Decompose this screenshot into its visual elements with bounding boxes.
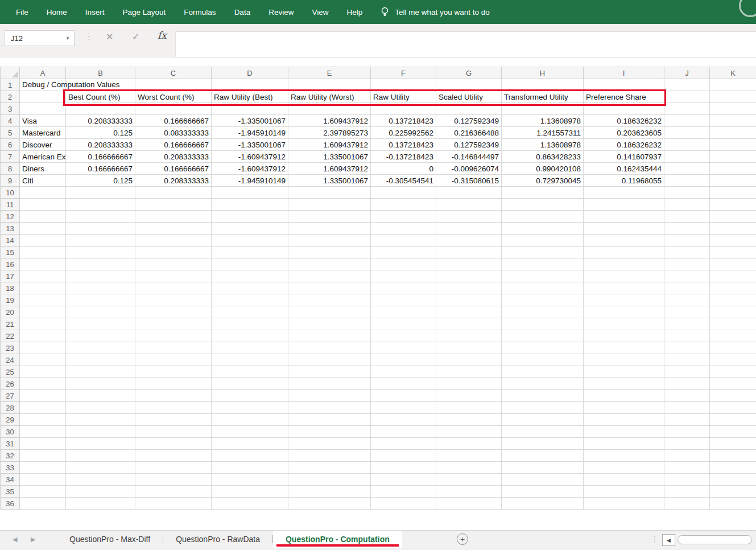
cell-B9[interactable]: 0.125 [66, 175, 135, 187]
cell-F12[interactable] [371, 211, 436, 223]
row-header-16[interactable]: 16 [1, 258, 20, 270]
cell-H6[interactable]: 1.13608978 [502, 139, 584, 151]
cell-C20[interactable] [135, 306, 212, 318]
cell-A12[interactable] [20, 211, 66, 223]
name-box-dropdown-icon[interactable]: ▼ [61, 36, 74, 41]
cell-G15[interactable] [436, 247, 502, 258]
cell-C25[interactable] [135, 366, 212, 378]
column-header-G[interactable]: G [436, 67, 502, 79]
cell-F20[interactable] [371, 306, 436, 318]
cell-F32[interactable] [371, 450, 436, 462]
cell-G17[interactable] [436, 270, 502, 282]
cell-I12[interactable] [584, 211, 664, 223]
cell-F2[interactable]: Raw Utility [371, 91, 436, 103]
cell-J21[interactable] [664, 318, 710, 330]
cell-A14[interactable] [20, 235, 66, 247]
cell-J28[interactable] [664, 402, 710, 414]
cell-J20[interactable] [664, 306, 710, 318]
cell-G22[interactable] [436, 330, 502, 342]
column-header-J[interactable]: J [664, 67, 710, 79]
cell-K10[interactable] [710, 187, 756, 199]
cell-E4[interactable]: 1.609437912 [288, 115, 371, 127]
cell-K27[interactable] [710, 390, 756, 402]
cell-K23[interactable] [710, 342, 756, 354]
row-header-20[interactable]: 20 [1, 306, 20, 318]
cell-I17[interactable] [584, 270, 664, 282]
cell-B2[interactable]: Best Count (%) [66, 91, 135, 103]
cell-E6[interactable]: 1.609437912 [288, 139, 371, 151]
row-header-33[interactable]: 33 [1, 462, 20, 474]
cell-E13[interactable] [288, 223, 371, 235]
cell-C31[interactable] [135, 438, 212, 450]
cell-K1[interactable] [710, 79, 756, 91]
cell-H25[interactable] [502, 366, 584, 378]
cell-D11[interactable] [212, 199, 288, 211]
cell-B31[interactable] [66, 438, 135, 450]
cell-I2[interactable]: Preference Share [584, 91, 664, 103]
cell-D15[interactable] [212, 247, 288, 258]
cell-D24[interactable] [212, 354, 288, 366]
cell-E22[interactable] [288, 330, 371, 342]
cell-F16[interactable] [371, 258, 436, 270]
cell-H22[interactable] [502, 330, 584, 342]
cell-D16[interactable] [212, 258, 288, 270]
cell-B12[interactable] [66, 211, 135, 223]
cell-K9[interactable] [710, 175, 756, 187]
cell-I6[interactable]: 0.186326232 [584, 139, 664, 151]
cell-C18[interactable] [135, 282, 212, 294]
cell-G14[interactable] [436, 235, 502, 247]
cell-G27[interactable] [436, 390, 502, 402]
cell-G16[interactable] [436, 258, 502, 270]
row-header-26[interactable]: 26 [1, 378, 20, 390]
cell-H10[interactable] [502, 187, 584, 199]
cell-H8[interactable]: 0.990420108 [502, 163, 584, 175]
cell-H18[interactable] [502, 282, 584, 294]
cell-D32[interactable] [212, 450, 288, 462]
cell-C12[interactable] [135, 211, 212, 223]
cell-J27[interactable] [664, 390, 710, 402]
cell-E18[interactable] [288, 282, 371, 294]
cell-D18[interactable] [212, 282, 288, 294]
cell-E28[interactable] [288, 402, 371, 414]
cell-E19[interactable] [288, 294, 371, 306]
column-header-F[interactable]: F [371, 67, 436, 79]
cell-K6[interactable] [710, 139, 756, 151]
cell-J12[interactable] [664, 211, 710, 223]
row-header-13[interactable]: 13 [1, 223, 20, 235]
row-header-5[interactable]: 5 [1, 127, 20, 139]
row-header-12[interactable]: 12 [1, 211, 20, 223]
cell-A9[interactable]: Citi [20, 175, 66, 187]
cell-F24[interactable] [371, 354, 436, 366]
cell-G10[interactable] [436, 187, 502, 199]
cell-E31[interactable] [288, 438, 371, 450]
cell-B19[interactable] [66, 294, 135, 306]
cell-I27[interactable] [584, 390, 664, 402]
row-header-7[interactable]: 7 [1, 151, 20, 163]
cell-G21[interactable] [436, 318, 502, 330]
ribbon-tab-page-layout[interactable]: Page Layout [114, 0, 175, 24]
cell-C27[interactable] [135, 390, 212, 402]
cell-A4[interactable]: Visa [20, 115, 66, 127]
cell-B24[interactable] [66, 354, 135, 366]
cell-D17[interactable] [212, 270, 288, 282]
cell-F30[interactable] [371, 426, 436, 438]
cell-F5[interactable]: 0.225992562 [371, 127, 436, 139]
select-all-corner[interactable] [1, 67, 20, 79]
cell-G3[interactable] [436, 103, 502, 115]
cell-J16[interactable] [664, 258, 710, 270]
cell-D28[interactable] [212, 402, 288, 414]
cell-B29[interactable] [66, 414, 135, 426]
cell-H13[interactable] [502, 223, 584, 235]
cell-I15[interactable] [584, 247, 664, 258]
cell-F9[interactable]: -0.305454541 [371, 175, 436, 187]
cell-I8[interactable]: 0.162435444 [584, 163, 664, 175]
cell-C19[interactable] [135, 294, 212, 306]
cell-G2[interactable]: Scaled Utility [436, 91, 502, 103]
cell-F27[interactable] [371, 390, 436, 402]
cell-B23[interactable] [66, 342, 135, 354]
cell-D31[interactable] [212, 438, 288, 450]
cell-B14[interactable] [66, 235, 135, 247]
cell-K29[interactable] [710, 414, 756, 426]
ribbon-tab-help[interactable]: Help [337, 0, 371, 24]
row-header-24[interactable]: 24 [1, 354, 20, 366]
